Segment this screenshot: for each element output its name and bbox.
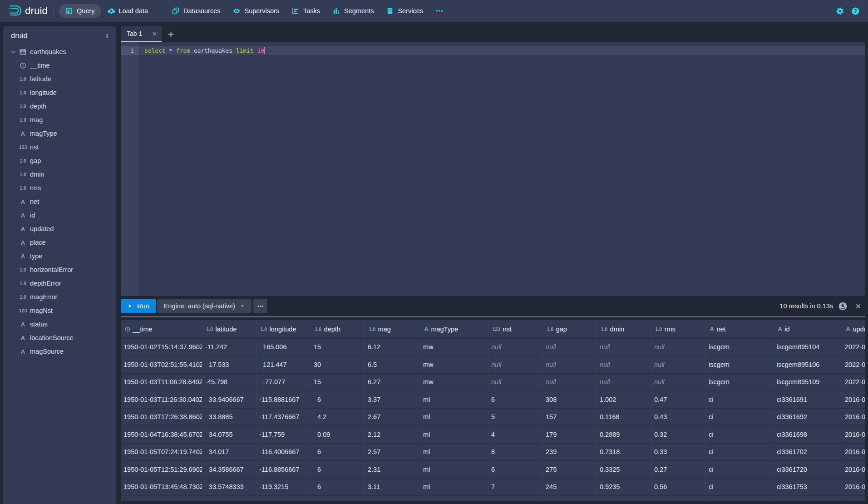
results-cell[interactable] <box>774 496 842 501</box>
results-cell[interactable]: ci3361698 <box>774 426 842 443</box>
results-cell[interactable]: ci <box>706 391 774 408</box>
results-cell[interactable]: 6 <box>488 391 543 408</box>
results-cell[interactable]: ci <box>706 409 774 426</box>
results-cell[interactable] <box>706 496 774 501</box>
run-more-button[interactable] <box>253 299 267 313</box>
tree-column-rms[interactable]: 1.0rms <box>3 181 116 195</box>
results-cell[interactable]: -116.4006667 <box>256 444 311 461</box>
results-cell[interactable]: 2.67 <box>365 409 420 426</box>
results-cell[interactable]: null <box>488 339 543 356</box>
results-cell[interactable]: ml <box>420 479 488 496</box>
new-tab-plus-icon[interactable] <box>167 30 175 39</box>
results-cell[interactable]: 6.5 <box>365 356 420 373</box>
results-cell[interactable]: iscgem <box>706 374 774 391</box>
tree-column-status[interactable]: Astatus <box>3 317 116 331</box>
tree-column-magError[interactable]: 1.0magError <box>3 290 116 304</box>
results-cell[interactable]: ci3361720 <box>774 461 842 478</box>
results-cell[interactable]: -11.242 <box>202 339 256 356</box>
tree-column-net[interactable]: Anet <box>3 195 116 208</box>
editor-code-line[interactable]: select * from earthquakes limit 10 <box>144 46 265 55</box>
results-cell[interactable]: 1950-01-03T17:26:38.860Z <box>121 409 202 426</box>
results-cell[interactable]: 34.3586667 <box>202 461 256 478</box>
results-cell[interactable]: 245 <box>543 479 597 496</box>
results-cell[interactable] <box>420 496 488 501</box>
results-cell[interactable]: ci <box>706 444 774 461</box>
results-cell[interactable]: 2.57 <box>365 444 420 461</box>
results-cell[interactable]: -115.8881667 <box>256 391 311 408</box>
results-cell[interactable]: -77.077 <box>256 374 311 391</box>
results-cell[interactable]: 4 <box>488 426 543 443</box>
results-cell[interactable]: 6 <box>311 444 365 461</box>
results-cell[interactable]: 0.47 <box>651 391 706 408</box>
results-cell[interactable]: iscgem895104 <box>774 339 842 356</box>
results-cell[interactable]: 5 <box>488 409 543 426</box>
results-cell[interactable]: null <box>651 374 706 391</box>
results-cell[interactable] <box>121 496 202 501</box>
results-cell[interactable]: 0.27 <box>651 461 706 478</box>
results-cell[interactable]: null <box>651 356 706 373</box>
results-cell[interactable]: -117.4376667 <box>256 409 311 426</box>
results-cell[interactable] <box>311 496 365 501</box>
results-cell[interactable]: 1950-01-05T12:51:29.690Z <box>121 461 202 478</box>
nav-item-supervisors[interactable]: Supervisors <box>227 4 286 18</box>
results-header-magType[interactable]: AmagType <box>420 320 488 338</box>
engine-select-button[interactable]: Engine: auto (sql-native) <box>157 299 252 313</box>
results-header-longitude[interactable]: 1.0longitude <box>256 320 311 338</box>
tab-tab1[interactable]: Tab 1 <box>121 26 162 42</box>
results-cell[interactable]: 2016-0 <box>842 479 865 496</box>
results-header-id[interactable]: Aid <box>774 320 842 338</box>
results-cell[interactable] <box>256 496 311 501</box>
results-cell[interactable]: 275 <box>543 461 597 478</box>
results-cell[interactable]: null <box>543 356 597 373</box>
results-cell[interactable]: -119.3215 <box>256 479 311 496</box>
results-cell[interactable]: null <box>597 374 651 391</box>
nav-item-tasks[interactable]: Tasks <box>286 4 326 18</box>
results-cell[interactable]: 1950-01-04T16:38:45.670Z <box>121 426 202 443</box>
tree-column-mag[interactable]: 1.0mag <box>3 113 116 127</box>
results-header-net[interactable]: Anet <box>706 320 774 338</box>
results-cell[interactable]: iscgem <box>706 339 774 356</box>
tree-column-gap[interactable]: 1.0gap <box>3 154 116 168</box>
nav-item-load-data[interactable]: Load data <box>101 4 155 18</box>
results-cell[interactable]: 6 <box>311 391 365 408</box>
results-cell[interactable]: 1950-01-03T11:26:30.040Z <box>121 391 202 408</box>
results-cell[interactable]: 179 <box>543 426 597 443</box>
results-cell[interactable]: ml <box>420 461 488 478</box>
results-cell[interactable]: 1950-01-03T02:51:55.410Z <box>121 356 202 373</box>
results-cell[interactable]: ml <box>420 409 488 426</box>
results-cell[interactable]: ci <box>706 426 774 443</box>
results-header-updated[interactable]: Aupdated <box>842 320 865 338</box>
results-cell[interactable]: 157 <box>543 409 597 426</box>
results-header-__time[interactable]: __time <box>121 320 202 338</box>
tree-column-latitude[interactable]: 1.0latitude <box>3 72 116 86</box>
sql-editor[interactable]: 1 select * from earthquakes limit 10 <box>121 42 865 296</box>
results-cell[interactable]: 6 <box>311 479 365 496</box>
results-cell[interactable]: 0.3325 <box>597 461 651 478</box>
results-cell[interactable]: -116.8856667 <box>256 461 311 478</box>
results-cell[interactable]: 2.12 <box>365 426 420 443</box>
results-cell[interactable]: 7 <box>488 479 543 496</box>
results-cell[interactable]: 33.8885 <box>202 409 256 426</box>
results-cell[interactable]: null <box>488 374 543 391</box>
results-cell[interactable]: 15 <box>311 339 365 356</box>
results-cell[interactable]: iscgem895106 <box>774 356 842 373</box>
results-cell[interactable]: 165.006 <box>256 339 311 356</box>
results-cell[interactable]: 2016-0 <box>842 409 865 426</box>
results-cell[interactable]: 1.002 <box>597 391 651 408</box>
results-cell[interactable]: -117.759 <box>256 426 311 443</box>
results-cell[interactable]: ci <box>706 461 774 478</box>
tree-column-magType[interactable]: AmagType <box>3 127 116 140</box>
results-cell[interactable]: 33.9406667 <box>202 391 256 408</box>
tab-close-icon[interactable] <box>152 31 158 37</box>
results-cell[interactable]: 2016-0 <box>842 391 865 408</box>
results-cell[interactable]: 1950-01-05T13:45:48.730Z <box>121 479 202 496</box>
results-splitter-handle[interactable] <box>121 316 865 317</box>
results-cell[interactable]: null <box>543 339 597 356</box>
tree-column-__time[interactable]: __time <box>3 59 116 72</box>
results-cell[interactable]: null <box>543 374 597 391</box>
results-cell[interactable]: 0.32 <box>651 426 706 443</box>
results-cell[interactable]: 3.11 <box>365 479 420 496</box>
results-cell[interactable] <box>202 496 256 501</box>
nav-item-more[interactable] <box>429 4 449 18</box>
results-cell[interactable]: 0.7318 <box>597 444 651 461</box>
